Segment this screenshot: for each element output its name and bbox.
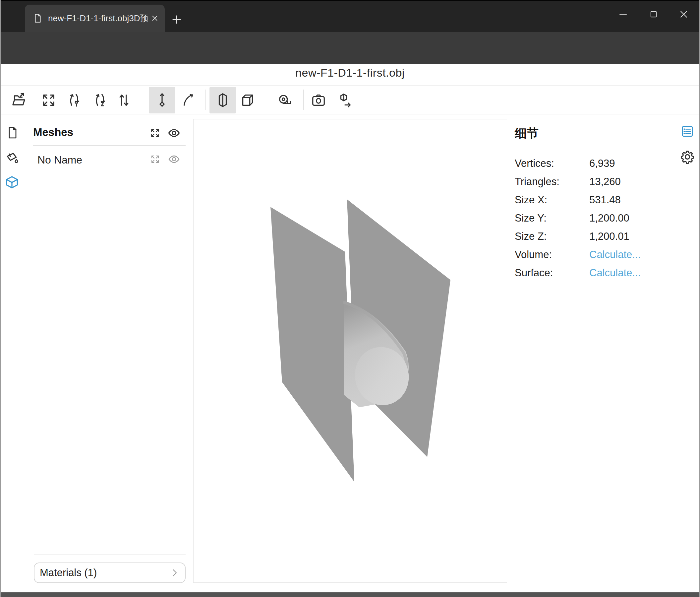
fit-view-icon bbox=[41, 93, 56, 108]
orbit-button[interactable] bbox=[175, 87, 201, 114]
box-render-button[interactable] bbox=[234, 87, 261, 114]
model-3d-render bbox=[194, 119, 507, 582]
detail-label: Size Y: bbox=[515, 212, 589, 224]
detail-row-triangles: Triangles: 13,260 bbox=[515, 172, 671, 191]
settings-gear-icon bbox=[680, 149, 695, 164]
close-window-icon bbox=[679, 9, 689, 19]
flip-vertical-button[interactable] bbox=[111, 87, 137, 114]
detail-label: Triangles: bbox=[515, 176, 589, 188]
meshes-expand-all-button[interactable] bbox=[148, 126, 162, 140]
page-content: new-F1-D1-1-first.obj bbox=[0, 64, 700, 592]
surface-render-button[interactable] bbox=[209, 87, 236, 114]
meshes-panel-title: Meshes bbox=[33, 126, 73, 139]
sidebar-file-info-button[interactable] bbox=[4, 124, 21, 141]
detail-row-volume: Volume: Calculate... bbox=[515, 245, 671, 264]
panel-divider bbox=[675, 114, 675, 597]
mesh-item-focus-button[interactable] bbox=[148, 152, 162, 167]
browser-navbar: https://file.kkview.cn/onlinePreview?url… bbox=[0, 32, 700, 64]
model-viewport[interactable] bbox=[193, 119, 507, 583]
calculate-surface-link[interactable]: Calculate... bbox=[589, 267, 641, 279]
rotate-y-button[interactable] bbox=[61, 87, 88, 114]
close-window-button[interactable] bbox=[674, 4, 694, 25]
surface-prism-icon bbox=[215, 93, 230, 108]
details-rows: Vertices: 6,939 Triangles: 13,260 Size X… bbox=[515, 154, 671, 282]
minimize-button[interactable] bbox=[613, 4, 633, 25]
materials-paint-icon bbox=[5, 150, 19, 165]
toolbar-divider bbox=[205, 90, 206, 110]
new-tab-button[interactable] bbox=[170, 13, 184, 26]
screenshot-button[interactable] bbox=[305, 87, 332, 114]
mesh-item-label: No Name bbox=[38, 154, 82, 166]
open-file-icon bbox=[11, 92, 27, 108]
export-button[interactable] bbox=[331, 87, 358, 114]
open-model-button[interactable] bbox=[6, 87, 32, 114]
eye-icon bbox=[168, 153, 180, 166]
toolbar-divider bbox=[144, 90, 144, 110]
mesh-item-visibility-button[interactable] bbox=[167, 152, 181, 167]
detail-label: Size X: bbox=[515, 194, 589, 206]
details-list-icon bbox=[681, 125, 694, 138]
detail-value: 1,200.00 bbox=[589, 212, 629, 224]
detail-label: Size Z: bbox=[515, 231, 589, 242]
model-cube-icon bbox=[4, 175, 20, 190]
move-vertical-icon bbox=[154, 93, 170, 108]
materials-button-label: Materials (1) bbox=[40, 567, 169, 579]
camera-icon bbox=[311, 93, 326, 108]
expand-icon bbox=[150, 128, 160, 138]
sidebar-meshes-button[interactable] bbox=[3, 174, 21, 191]
window-top-edge bbox=[0, 0, 700, 1]
minimize-icon bbox=[618, 9, 628, 19]
sidebar-materials-button[interactable] bbox=[3, 149, 21, 167]
detail-row-vertices: Vertices: 6,939 bbox=[515, 154, 671, 172]
calculate-volume-link[interactable]: Calculate... bbox=[589, 249, 641, 261]
expand-icon bbox=[150, 154, 160, 164]
detail-row-surface: Surface: Calculate... bbox=[515, 264, 671, 282]
measure-tape-icon bbox=[277, 93, 292, 108]
detail-row-size-x: Size X: 531.48 bbox=[515, 191, 671, 209]
detail-value: 6,939 bbox=[589, 158, 615, 169]
eye-icon bbox=[167, 126, 181, 140]
file-info-icon bbox=[6, 126, 19, 139]
maximize-button[interactable] bbox=[643, 4, 664, 25]
document-favicon bbox=[33, 13, 43, 24]
browser-titlebar: new-F1-D1-1-first.obj3D预览 bbox=[0, 0, 700, 32]
details-list-button[interactable] bbox=[679, 123, 696, 140]
materials-button[interactable]: Materials (1) bbox=[34, 563, 185, 583]
toolbar-divider bbox=[303, 90, 304, 110]
detail-row-size-y: Size Y: 1,200.00 bbox=[515, 209, 671, 227]
meshes-visibility-button[interactable] bbox=[167, 126, 181, 140]
divider bbox=[515, 146, 667, 146]
measure-button[interactable] bbox=[271, 87, 298, 114]
divider bbox=[34, 554, 185, 555]
details-panel-title: 细节 bbox=[515, 125, 539, 142]
page-title: new-F1-D1-1-first.obj bbox=[0, 66, 700, 86]
detail-value: 13,260 bbox=[589, 176, 621, 188]
mesh-list-item[interactable]: No Name bbox=[33, 149, 185, 170]
toolbar-divider bbox=[31, 90, 31, 110]
rotate-y-icon bbox=[67, 93, 82, 108]
tab-title: new-F1-D1-1-first.obj3D预览 bbox=[48, 13, 148, 24]
browser-tab[interactable]: new-F1-D1-1-first.obj3D预览 bbox=[25, 5, 165, 32]
orbit-curve-icon bbox=[181, 93, 196, 108]
left-plate bbox=[271, 207, 354, 482]
settings-button[interactable] bbox=[679, 148, 696, 166]
divider bbox=[33, 145, 185, 146]
new-tab-icon bbox=[171, 14, 182, 25]
export-model-icon bbox=[337, 93, 352, 108]
detail-label: Volume: bbox=[515, 249, 589, 261]
chevron-right-icon bbox=[169, 567, 180, 578]
toolbar-divider bbox=[266, 90, 266, 110]
rotate-z-button[interactable] bbox=[87, 87, 114, 114]
flip-vertical-icon bbox=[116, 93, 131, 108]
fit-view-button[interactable] bbox=[35, 87, 62, 114]
tab-close-button[interactable] bbox=[149, 12, 161, 24]
detail-value: 531.48 bbox=[589, 194, 621, 206]
detail-value: 1,200.01 bbox=[589, 231, 629, 242]
close-icon bbox=[150, 14, 159, 23]
panel-divider bbox=[26, 114, 26, 597]
detail-label: Surface: bbox=[515, 267, 589, 279]
rotate-z-icon bbox=[93, 93, 108, 108]
window-bottom-edge bbox=[0, 592, 700, 597]
move-vertical-button[interactable] bbox=[149, 87, 175, 114]
box-icon bbox=[240, 93, 255, 108]
